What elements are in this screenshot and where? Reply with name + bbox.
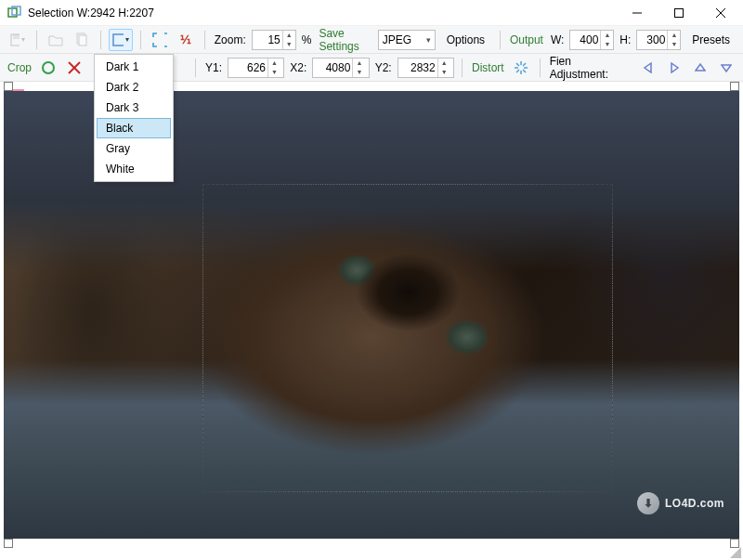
adjust-right-button[interactable] [663,57,685,79]
y2-input[interactable]: ▲▼ [398,58,454,78]
format-select[interactable]: JPEG ▾ [378,30,436,50]
presets-button[interactable]: Presets [684,30,737,50]
dropdown-item[interactable]: Dark 1 [97,57,171,77]
distort-label: Distort [470,61,506,74]
download-icon: ⬇ [637,492,659,514]
output-width-input[interactable]: ▲▼ [569,30,614,50]
fraction-button[interactable]: ⅟₁ [175,29,197,51]
window-title: Selection W:2942 H:2207 [28,7,616,20]
h-label: H: [618,33,632,46]
distort-tool-button[interactable] [510,57,532,79]
svg-line-21 [516,70,519,72]
background-dropdown-menu: Dark 1Dark 2Dark 3BlackGrayWhite [94,54,174,182]
svg-rect-7 [13,34,20,39]
crop-confirm-button[interactable] [37,57,59,79]
dropdown-item[interactable]: Black [97,118,171,138]
y2-label: Y2: [373,61,394,74]
crop-cancel-button[interactable] [63,57,85,79]
background-dropdown-button[interactable]: ▾ [109,29,134,51]
dropdown-item[interactable]: Dark 3 [97,98,171,118]
adjust-left-button[interactable] [637,57,659,79]
toolbar-main: ▾ ▾ ⅟₁ Zoom: ▲▼ % Save Settings JPEG ▾ O… [0,26,743,54]
dropdown-item[interactable]: White [97,159,171,179]
y1-input[interactable]: ▲▼ [228,58,284,78]
zoom-label: Zoom: [213,33,248,46]
w-label: W: [549,33,566,46]
svg-point-11 [43,62,54,73]
svg-rect-10 [113,34,124,46]
handle-top-left[interactable] [4,82,13,91]
fien-label: Fien Adjustment: [548,55,633,81]
maximize-button[interactable] [658,0,699,26]
watermark: ⬇ LO4D.com [637,492,724,514]
save-button[interactable]: ▾ [6,29,29,51]
app-icon [7,6,22,20]
spin-up-icon[interactable]: ▲ [283,31,295,40]
save-settings-link[interactable]: Save Settings [317,27,373,53]
close-button[interactable] [699,0,741,26]
x2-input[interactable]: ▲▼ [312,58,369,78]
resize-grip[interactable] [730,547,741,558]
output-height-input[interactable]: ▲▼ [636,30,681,50]
dropdown-item[interactable]: Dark 2 [97,77,171,98]
svg-line-19 [523,70,526,72]
copy-button[interactable] [71,29,93,51]
handle-bottom-left[interactable] [4,539,13,548]
handle-top-right[interactable] [730,82,739,91]
dropdown-item[interactable]: Gray [97,138,171,159]
output-label: Output [508,33,545,46]
crop-label: Crop [6,61,33,74]
open-folder-button[interactable] [45,29,67,51]
svg-rect-9 [79,35,86,46]
svg-line-18 [516,63,519,66]
y1-label: Y1: [203,61,224,74]
svg-line-20 [523,63,526,66]
adjust-down-button[interactable] [715,57,737,79]
svg-rect-3 [674,8,683,17]
fit-screen-button[interactable] [149,29,171,51]
x2-label: X2: [288,61,308,74]
spin-down-icon[interactable]: ▼ [283,40,295,49]
zoom-input[interactable]: ▲▼ [252,30,296,50]
titlebar: Selection W:2942 H:2207 [0,0,743,26]
adjust-up-button[interactable] [689,57,711,79]
chevron-down-icon: ▾ [426,35,431,45]
minimize-button[interactable] [616,0,658,26]
options-button[interactable]: Options [439,30,492,50]
zoom-pct: % [300,33,314,46]
selection-marquee[interactable] [202,184,613,492]
